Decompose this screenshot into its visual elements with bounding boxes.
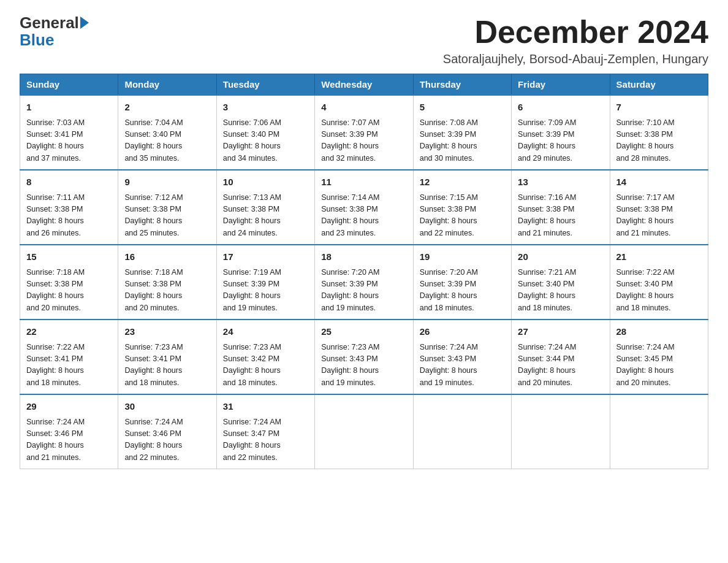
day-cell: 11Sunrise: 7:14 AMSunset: 3:38 PMDayligh… — [315, 170, 413, 245]
day-info: Sunrise: 7:19 AMSunset: 3:39 PMDaylight:… — [223, 267, 308, 315]
day-number: 19 — [420, 250, 505, 264]
day-number: 22 — [26, 325, 112, 339]
day-number: 2 — [124, 101, 210, 115]
day-cell: 29Sunrise: 7:24 AMSunset: 3:46 PMDayligh… — [20, 394, 118, 469]
logo-arrow-icon — [80, 17, 89, 29]
weekday-header-sunday: Sunday — [20, 74, 118, 96]
weekday-header-wednesday: Wednesday — [315, 74, 413, 96]
day-cell — [512, 394, 610, 469]
day-cell: 28Sunrise: 7:24 AMSunset: 3:45 PMDayligh… — [610, 320, 708, 394]
day-cell: 25Sunrise: 7:23 AMSunset: 3:43 PMDayligh… — [315, 320, 413, 394]
week-row-2: 8Sunrise: 7:11 AMSunset: 3:38 PMDaylight… — [20, 170, 708, 245]
day-cell: 19Sunrise: 7:20 AMSunset: 3:39 PMDayligh… — [413, 245, 511, 320]
day-cell: 21Sunrise: 7:22 AMSunset: 3:40 PMDayligh… — [610, 245, 708, 320]
day-info: Sunrise: 7:24 AMSunset: 3:44 PMDaylight:… — [518, 342, 603, 389]
day-number: 14 — [616, 175, 702, 190]
day-cell: 10Sunrise: 7:13 AMSunset: 3:38 PMDayligh… — [216, 170, 314, 245]
calendar-table: SundayMondayTuesdayWednesdayThursdayFrid… — [20, 74, 708, 469]
day-cell: 2Sunrise: 7:04 AMSunset: 3:40 PMDaylight… — [118, 95, 216, 170]
day-cell: 14Sunrise: 7:17 AMSunset: 3:38 PMDayligh… — [610, 170, 708, 245]
day-cell: 26Sunrise: 7:24 AMSunset: 3:43 PMDayligh… — [413, 320, 511, 394]
day-cell: 31Sunrise: 7:24 AMSunset: 3:47 PMDayligh… — [216, 394, 314, 469]
day-number: 12 — [420, 175, 505, 190]
day-number: 6 — [518, 101, 603, 115]
day-number: 23 — [124, 325, 210, 339]
day-info: Sunrise: 7:04 AMSunset: 3:40 PMDaylight:… — [124, 117, 210, 165]
weekday-header-tuesday: Tuesday — [216, 74, 314, 96]
day-info: Sunrise: 7:14 AMSunset: 3:38 PMDaylight:… — [321, 192, 406, 240]
day-number: 20 — [518, 250, 603, 264]
day-cell: 18Sunrise: 7:20 AMSunset: 3:39 PMDayligh… — [315, 245, 413, 320]
day-cell: 4Sunrise: 7:07 AMSunset: 3:39 PMDaylight… — [315, 95, 413, 170]
day-number: 17 — [223, 250, 308, 264]
day-cell: 13Sunrise: 7:16 AMSunset: 3:38 PMDayligh… — [512, 170, 610, 245]
day-info: Sunrise: 7:10 AMSunset: 3:38 PMDaylight:… — [616, 117, 702, 165]
day-cell: 17Sunrise: 7:19 AMSunset: 3:39 PMDayligh… — [216, 245, 314, 320]
day-number: 10 — [223, 175, 308, 190]
day-number: 28 — [616, 325, 702, 339]
day-number: 7 — [616, 101, 702, 115]
day-cell: 1Sunrise: 7:03 AMSunset: 3:41 PMDaylight… — [20, 95, 118, 170]
day-info: Sunrise: 7:24 AMSunset: 3:46 PMDaylight:… — [124, 416, 210, 464]
day-cell: 30Sunrise: 7:24 AMSunset: 3:46 PMDayligh… — [118, 394, 216, 469]
day-info: Sunrise: 7:24 AMSunset: 3:46 PMDaylight:… — [26, 416, 112, 464]
day-number: 25 — [321, 325, 406, 339]
month-title: December 2024 — [443, 15, 708, 50]
day-number: 26 — [420, 325, 505, 339]
day-info: Sunrise: 7:11 AMSunset: 3:38 PMDaylight:… — [26, 192, 112, 240]
day-info: Sunrise: 7:06 AMSunset: 3:40 PMDaylight:… — [223, 117, 308, 165]
week-row-4: 22Sunrise: 7:22 AMSunset: 3:41 PMDayligh… — [20, 320, 708, 394]
week-row-3: 15Sunrise: 7:18 AMSunset: 3:38 PMDayligh… — [20, 245, 708, 320]
day-cell: 24Sunrise: 7:23 AMSunset: 3:42 PMDayligh… — [216, 320, 314, 394]
day-number: 21 — [616, 250, 702, 264]
day-number: 11 — [321, 175, 406, 190]
day-number: 13 — [518, 175, 603, 190]
day-number: 4 — [321, 101, 406, 115]
weekday-header-saturday: Saturday — [610, 74, 708, 96]
day-cell: 12Sunrise: 7:15 AMSunset: 3:38 PMDayligh… — [413, 170, 511, 245]
day-number: 18 — [321, 250, 406, 264]
day-info: Sunrise: 7:13 AMSunset: 3:38 PMDaylight:… — [223, 192, 308, 240]
day-info: Sunrise: 7:09 AMSunset: 3:39 PMDaylight:… — [518, 117, 603, 165]
weekday-header-monday: Monday — [118, 74, 216, 96]
day-number: 24 — [223, 325, 308, 339]
day-number: 15 — [26, 250, 112, 264]
day-info: Sunrise: 7:22 AMSunset: 3:41 PMDaylight:… — [26, 342, 112, 389]
day-info: Sunrise: 7:20 AMSunset: 3:39 PMDaylight:… — [420, 267, 505, 315]
day-number: 31 — [223, 400, 308, 414]
day-info: Sunrise: 7:18 AMSunset: 3:38 PMDaylight:… — [124, 267, 210, 315]
day-info: Sunrise: 7:23 AMSunset: 3:42 PMDaylight:… — [223, 342, 308, 389]
day-number: 30 — [124, 400, 210, 414]
day-info: Sunrise: 7:16 AMSunset: 3:38 PMDaylight:… — [518, 192, 603, 240]
day-cell: 23Sunrise: 7:23 AMSunset: 3:41 PMDayligh… — [118, 320, 216, 394]
day-info: Sunrise: 7:08 AMSunset: 3:39 PMDaylight:… — [420, 117, 505, 165]
day-info: Sunrise: 7:24 AMSunset: 3:47 PMDaylight:… — [223, 416, 308, 464]
page-header: General Blue December 2024 Satoraljaujhe… — [20, 15, 708, 66]
day-number: 5 — [420, 101, 505, 115]
weekday-header-friday: Friday — [512, 74, 610, 96]
day-number: 3 — [223, 101, 308, 115]
day-info: Sunrise: 7:07 AMSunset: 3:39 PMDaylight:… — [321, 117, 406, 165]
day-cell: 3Sunrise: 7:06 AMSunset: 3:40 PMDaylight… — [216, 95, 314, 170]
day-cell: 20Sunrise: 7:21 AMSunset: 3:40 PMDayligh… — [512, 245, 610, 320]
day-cell: 22Sunrise: 7:22 AMSunset: 3:41 PMDayligh… — [20, 320, 118, 394]
day-info: Sunrise: 7:18 AMSunset: 3:38 PMDaylight:… — [26, 267, 112, 315]
day-info: Sunrise: 7:23 AMSunset: 3:43 PMDaylight:… — [321, 342, 406, 389]
day-cell: 8Sunrise: 7:11 AMSunset: 3:38 PMDaylight… — [20, 170, 118, 245]
logo: General Blue — [20, 15, 90, 50]
weekday-header-row: SundayMondayTuesdayWednesdayThursdayFrid… — [20, 74, 708, 96]
day-info: Sunrise: 7:24 AMSunset: 3:45 PMDaylight:… — [616, 342, 702, 389]
logo-blue-text: Blue — [20, 31, 54, 49]
day-cell — [315, 394, 413, 469]
day-number: 8 — [26, 175, 112, 190]
day-cell: 9Sunrise: 7:12 AMSunset: 3:38 PMDaylight… — [118, 170, 216, 245]
day-cell: 16Sunrise: 7:18 AMSunset: 3:38 PMDayligh… — [118, 245, 216, 320]
day-cell: 6Sunrise: 7:09 AMSunset: 3:39 PMDaylight… — [512, 95, 610, 170]
day-number: 1 — [26, 101, 112, 115]
weekday-header-thursday: Thursday — [413, 74, 511, 96]
title-block: December 2024 Satoraljaujhely, Borsod-Ab… — [443, 15, 708, 66]
location-subtitle: Satoraljaujhely, Borsod-Abauj-Zemplen, H… — [443, 52, 708, 66]
day-cell — [413, 394, 511, 469]
day-info: Sunrise: 7:17 AMSunset: 3:38 PMDaylight:… — [616, 192, 702, 240]
day-number: 27 — [518, 325, 603, 339]
